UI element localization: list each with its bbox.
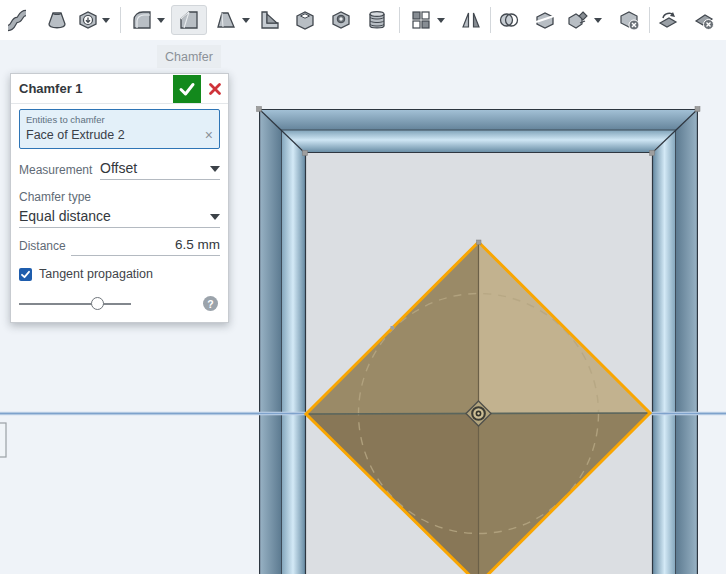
chamfer-type-value: Equal distance [19,208,111,224]
entities-field-label: Entities to chamfer [26,114,213,125]
toolbar-separator [399,7,400,33]
toolbar-separator [120,7,121,33]
feature-toolbar [0,0,726,40]
chamfer-tooltip-label: Chamfer [165,50,213,64]
edge-midpoint-dot [391,326,395,330]
boolean-icon[interactable] [497,8,521,32]
tangent-propagation-label: Tangent propagation [39,267,153,281]
rib-icon[interactable] [258,8,282,32]
shell-icon[interactable] [293,8,317,32]
distance-input[interactable]: 6.5 mm [71,237,220,256]
delete-part-icon[interactable] [617,8,641,32]
dropdown-caret-icon [210,166,220,172]
slider-track[interactable] [19,303,131,305]
slider-handle[interactable] [91,297,104,310]
left-edge-widget[interactable] [0,423,6,457]
confirm-button[interactable] [173,75,201,103]
apex-vertex-dot [477,240,482,245]
help-button[interactable]: ? [203,296,218,311]
tangent-propagation-row: Tangent propagation [19,267,220,281]
draft-menu-chevron-icon[interactable] [240,8,252,32]
measurement-label: Measurement [19,163,100,180]
linear-pattern-icon[interactable] [409,8,433,32]
fillet-icon[interactable] [130,8,154,32]
toolbar-separator [649,7,650,33]
close-x-icon [208,82,222,96]
delete-face-icon[interactable] [692,8,716,32]
measurement-dropdown[interactable]: Offset [100,160,220,180]
sweep-icon[interactable] [5,8,29,32]
loft-icon[interactable] [45,8,69,32]
chamfer-dialog: Chamfer 1 Entities to chamfer Face of Ex… [10,73,229,323]
entities-to-chamfer-field[interactable]: Entities to chamfer Face of Extrude 2 × [19,109,220,149]
fillet-menu-chevron-icon[interactable] [155,8,167,32]
measurement-value: Offset [100,160,137,176]
entities-field-value: Face of Extrude 2 [26,128,205,142]
clear-selection-icon[interactable]: × [205,129,213,141]
draft-icon[interactable] [214,8,238,32]
chamfer-type-dropdown[interactable]: Equal distance [19,208,220,228]
thicken-menu-chevron-icon[interactable] [100,8,112,32]
checkbox-check-icon [20,269,31,280]
cancel-button[interactable] [201,75,228,103]
toolbar-separator [490,7,491,33]
split-icon[interactable] [533,8,557,32]
transform-menu-chevron-icon[interactable] [592,8,604,32]
dialog-header: Chamfer 1 [11,74,228,104]
mirror-icon[interactable] [459,8,483,32]
distance-row: Distance 6.5 mm [19,237,220,256]
transform-icon[interactable] [566,8,590,32]
move-face-icon[interactable] [656,8,680,32]
tangent-propagation-checkbox[interactable] [19,268,32,281]
pattern-menu-chevron-icon[interactable] [435,8,447,32]
measurement-row: Measurement Offset [19,160,220,180]
thread-icon[interactable] [365,8,389,32]
dropdown-caret-icon [210,214,220,220]
dialog-body: Entities to chamfer Face of Extrude 2 × … [11,104,228,322]
detail-slider-row: ? [19,296,220,312]
chamfer-button[interactable] [171,5,207,35]
part-studio-window: Chamfer Chamfer 1 Entities to chamfer Fa… [0,0,726,574]
dialog-title: Chamfer 1 [11,81,173,96]
hole-icon[interactable] [329,8,353,32]
chamfer-tooltip: Chamfer [157,45,221,68]
checkmark-icon [178,80,196,98]
chamfer-type-label: Chamfer type [19,190,220,204]
distance-label: Distance [19,239,71,256]
thicken-icon[interactable] [76,8,100,32]
